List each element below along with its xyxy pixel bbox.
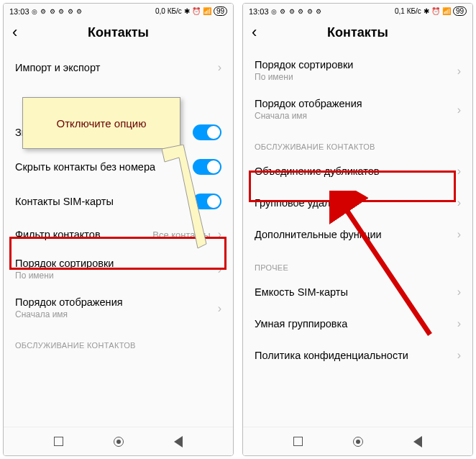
row-sort-order[interactable]: Порядок сортировки По имени › — [4, 250, 233, 289]
row-label: Объединение дубликатов — [255, 165, 379, 177]
row-label: Политика конфиденциальности — [255, 350, 408, 361]
nav-home-icon[interactable] — [114, 437, 124, 447]
section-header: ОБСЛУЖИВАНИЕ КОНТАКТОВ — [243, 129, 472, 155]
settings-list: Порядок сортировки По имени › Порядок от… — [243, 52, 472, 427]
chevron-right-icon: › — [218, 263, 221, 276]
status-bar: 13:03 ◎ ⚙ ⚙ ⚙ ⚙ ⚙ 0,1 КБ/с ✱ ⏰ 📶 99 — [243, 4, 472, 17]
row-label: Емкость SIM-карты — [255, 286, 348, 298]
right-screenshot: 13:03 ◎ ⚙ ⚙ ⚙ ⚙ ⚙ 0,1 КБ/с ✱ ⏰ 📶 99 ‹ Ко… — [242, 3, 473, 456]
page-title: Контакты — [252, 25, 464, 40]
row-bulk-delete[interactable]: Групповое удаление › — [243, 187, 472, 219]
status-net: 0,0 КБ/с — [155, 7, 182, 15]
toggle[interactable] — [193, 194, 221, 209]
section-header: ПРОЧЕЕ — [243, 250, 472, 276]
chevron-right-icon: › — [457, 286, 461, 299]
row-label: Умная группировка — [255, 318, 347, 330]
row-label: Контакты SIM-карты — [15, 196, 114, 207]
toggle[interactable] — [193, 124, 221, 140]
battery-icon: 99 — [214, 6, 227, 16]
header: ‹ Контакты — [243, 17, 472, 52]
row-import-export[interactable]: Импорт и экспорт › — [4, 52, 233, 83]
chevron-right-icon: › — [457, 165, 461, 178]
bluetooth-icon: ✱ — [184, 7, 190, 15]
status-bar: 13:03 ◎ ⚙ ⚙ ⚙ ⚙ ⚙ 0,0 КБ/с ✱ ⏰ 📶 99 — [4, 4, 233, 17]
row-smart-grouping[interactable]: Умная группировка › — [243, 308, 472, 340]
alarm-icon: ⏰ — [192, 7, 201, 15]
nav-recent-icon[interactable] — [54, 437, 63, 446]
row-sublabel: Сначала имя — [255, 111, 307, 121]
page-title: Контакты — [12, 25, 224, 40]
row-value: Все контакты — [152, 230, 210, 240]
callout-text: Отключите опцию — [56, 117, 146, 129]
chevron-right-icon: › — [457, 104, 461, 117]
chevron-right-icon: › — [457, 317, 461, 330]
row-sort-order[interactable]: Порядок сортировки По имени › — [243, 52, 472, 91]
row-more-functions[interactable]: Дополнительные функции › — [243, 219, 472, 250]
row-filter[interactable]: Фильтр контактов Все контакты › — [4, 219, 233, 250]
row-label: Скрыть контакты без номера — [15, 161, 155, 173]
row-label: Порядок сортировки — [255, 59, 353, 71]
status-icons-left: ◎ ⚙ ⚙ ⚙ ⚙ ⚙ — [32, 8, 83, 15]
nav-back-icon[interactable] — [413, 436, 422, 447]
chevron-right-icon: › — [457, 196, 461, 209]
row-privacy-policy[interactable]: Политика конфиденциальности › — [243, 340, 472, 371]
row-label: Порядок отображения — [15, 296, 123, 308]
row-sim-capacity[interactable]: Емкость SIM-карты › — [243, 276, 472, 308]
row-merge-duplicates[interactable]: Объединение дубликатов › — [243, 155, 472, 187]
row-label: Импорт и экспорт — [15, 62, 100, 73]
row-label: Фильтр контактов — [15, 229, 101, 240]
header: ‹ Контакты — [4, 17, 233, 52]
chevron-right-icon: › — [457, 349, 461, 362]
chevron-right-icon: › — [218, 302, 221, 315]
nav-recent-icon[interactable] — [293, 437, 303, 446]
nav-bar — [4, 427, 233, 455]
row-display-order[interactable]: Порядок отображения Сначала имя › — [4, 289, 233, 328]
row-sim-contacts[interactable]: Контакты SIM-карты — [4, 184, 233, 219]
row-label: Порядок сортировки — [15, 258, 114, 269]
chevron-right-icon: › — [218, 228, 221, 241]
section-header: ОБСЛУЖИВАНИЕ КОНТАКТОВ — [4, 328, 233, 354]
annotation-callout: Отключите опцию — [22, 97, 180, 149]
bluetooth-icon: ✱ — [424, 7, 429, 15]
nav-home-icon[interactable] — [353, 437, 363, 447]
row-label: Дополнительные функции — [255, 229, 382, 240]
toggle[interactable] — [193, 159, 221, 175]
row-hide-no-number[interactable]: Скрыть контакты без номера — [4, 150, 233, 184]
row-label: Групповое удаление — [255, 197, 354, 209]
nav-bar — [243, 427, 472, 455]
signal-icon: 📶 — [203, 7, 211, 15]
left-screenshot: 13:03 ◎ ⚙ ⚙ ⚙ ⚙ ⚙ 0,0 КБ/с ✱ ⏰ 📶 99 ‹ Ко… — [3, 3, 234, 456]
status-icons-left: ◎ ⚙ ⚙ ⚙ ⚙ ⚙ — [271, 8, 323, 15]
status-time: 13:03 — [9, 7, 29, 16]
nav-back-icon[interactable] — [174, 436, 183, 447]
alarm-icon: ⏰ — [431, 7, 440, 15]
battery-icon: 99 — [453, 6, 467, 16]
chevron-right-icon: › — [457, 65, 461, 78]
row-display-order[interactable]: Порядок отображения Сначала имя › — [243, 91, 472, 129]
chevron-right-icon: › — [218, 61, 221, 74]
row-label: Порядок отображения — [255, 98, 362, 109]
signal-icon: 📶 — [442, 7, 451, 15]
chevron-right-icon: › — [457, 228, 461, 241]
status-net: 0,1 КБ/с — [395, 7, 421, 15]
status-time: 13:03 — [249, 7, 269, 16]
row-sublabel: Сначала имя — [15, 309, 68, 319]
row-sublabel: По имени — [15, 271, 54, 281]
row-sublabel: По имени — [255, 72, 293, 82]
